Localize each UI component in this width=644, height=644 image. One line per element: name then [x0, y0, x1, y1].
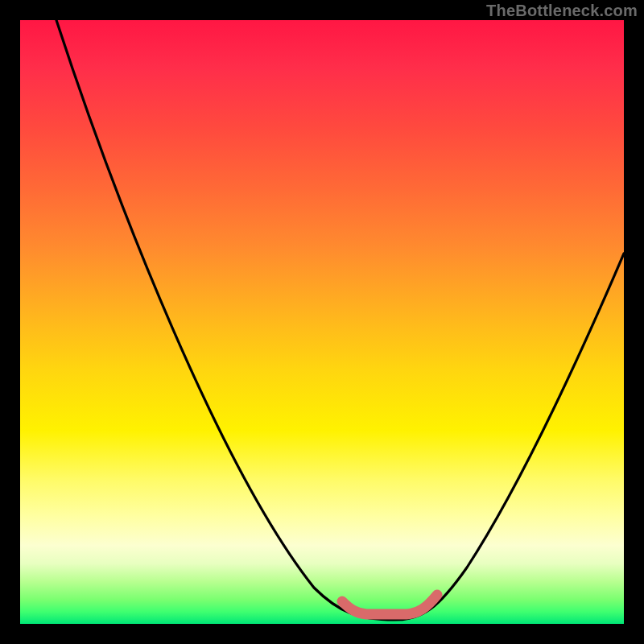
chart-svg [20, 20, 624, 624]
watermark-text: TheBottleneck.com [486, 2, 638, 20]
optimal-zone-highlight [342, 595, 437, 614]
chart-frame [20, 20, 624, 624]
bottleneck-curve-line [56, 20, 624, 620]
